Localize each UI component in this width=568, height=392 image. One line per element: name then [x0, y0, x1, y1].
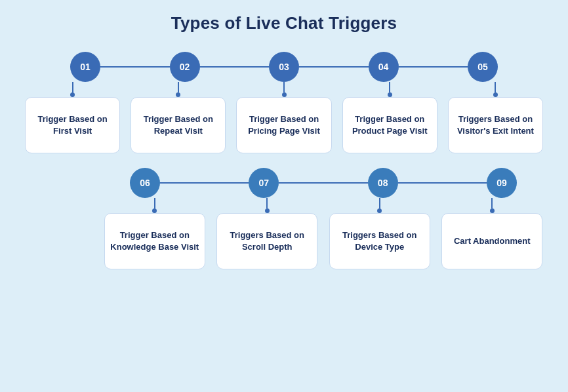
card-unit-1: Trigger Based on First Visit [20, 82, 125, 153]
circle-07: 07 [249, 168, 279, 198]
circle-09: 09 [487, 168, 517, 198]
line-7-8 [279, 182, 367, 184]
card-unit-8: Triggers Based on Device Type [323, 198, 436, 269]
row1-circles-line: 01 02 03 04 05 [20, 52, 548, 82]
stem-6 [152, 198, 157, 213]
card-unit-6: Trigger Based on Knowledge Base Visit [98, 198, 211, 269]
row2: 06 07 08 09 Trigger Based on Knowledge B… [20, 168, 548, 269]
line-2-3 [200, 66, 270, 68]
card-unit-7: Triggers Based on Scroll Depth [211, 198, 324, 269]
circle-02: 02 [170, 52, 200, 82]
card-1: Trigger Based on First Visit [25, 97, 120, 153]
line-3-4 [299, 66, 369, 68]
stem-7 [265, 198, 270, 213]
card-2: Trigger Based on Repeat Visit [131, 97, 226, 153]
row2-cards: Trigger Based on Knowledge Base Visit Tr… [98, 198, 548, 269]
row1: 01 02 03 04 05 Trigger Based on First Vi… [20, 52, 548, 153]
card-unit-5: Triggers Based on Visitor's Exit Intent [443, 82, 548, 153]
line-8-9 [398, 182, 487, 184]
card-9: Cart Abandonment [441, 213, 542, 269]
main-container: Types of Live Chat Triggers 01 02 03 04 … [0, 0, 568, 392]
card-4: Trigger Based on Product Page Visit [342, 97, 437, 153]
card-unit-4: Trigger Based on Product Page Visit [337, 82, 443, 153]
stem-5 [493, 82, 498, 97]
stem-8 [377, 198, 382, 213]
circle-08: 08 [368, 168, 398, 198]
row1-cards: Trigger Based on First Visit Trigger Bas… [20, 82, 548, 153]
line-6-7 [160, 182, 249, 184]
card-unit-3: Trigger Based on Pricing Page Visit [231, 82, 336, 153]
stem-9 [490, 198, 495, 213]
stem-3 [282, 82, 287, 97]
card-7: Triggers Based on Scroll Depth [216, 213, 317, 269]
card-3: Trigger Based on Pricing Page Visit [236, 97, 331, 153]
card-6: Trigger Based on Knowledge Base Visit [104, 213, 205, 269]
card-unit-9: Cart Abandonment [436, 198, 549, 269]
stem-4 [388, 82, 392, 97]
card-5: Triggers Based on Visitor's Exit Intent [448, 97, 543, 153]
page-title: Types of Live Chat Triggers [20, 13, 548, 33]
circle-06: 06 [130, 168, 160, 198]
stem-2 [176, 82, 180, 97]
card-unit-2: Trigger Based on Repeat Visit [125, 82, 231, 153]
circle-04: 04 [369, 52, 399, 82]
stem-1 [70, 82, 75, 97]
row2-circles-line: 06 07 08 09 [98, 168, 548, 198]
circle-05: 05 [468, 52, 498, 82]
circle-03: 03 [269, 52, 299, 82]
circle-01: 01 [70, 52, 100, 82]
line-4-5 [399, 66, 468, 68]
card-8: Triggers Based on Device Type [329, 213, 430, 269]
line-1-2 [100, 66, 170, 68]
